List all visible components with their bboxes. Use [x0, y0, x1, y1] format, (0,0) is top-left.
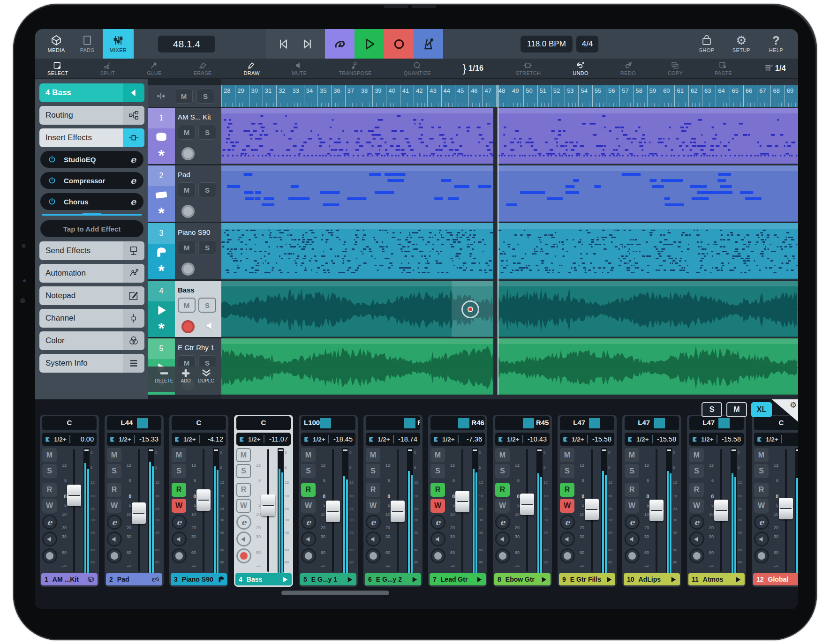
channel-record-button[interactable] — [236, 548, 251, 563]
channel-read-button[interactable]: R — [430, 483, 445, 497]
track-monitor-icon[interactable] — [205, 321, 215, 333]
pan-control[interactable]: R100 — [366, 416, 420, 430]
tool-erase[interactable]: ERASE — [194, 61, 212, 76]
audio-clip[interactable] — [498, 281, 798, 337]
mixer-channel-7[interactable]: R461/2+-7.36MSRWe1260510203060-∞06121824… — [428, 415, 487, 587]
mixer-scrollbar[interactable] — [281, 591, 389, 595]
cycle-button[interactable] — [325, 29, 355, 59]
channel-edit-button[interactable]: e — [560, 515, 575, 530]
channel-solo-button[interactable]: S — [495, 464, 510, 478]
channel-name-bar[interactable]: 11Atmos — [688, 573, 745, 585]
pan-control[interactable]: C — [172, 416, 226, 430]
metronome-button[interactable] — [414, 29, 443, 59]
track-solo-button[interactable]: S — [198, 240, 216, 255]
track-mute-button[interactable]: M — [178, 125, 196, 140]
channel-read-button[interactable]: R — [236, 483, 251, 497]
mixer-channel-6[interactable]: R1001/2+-18.74MSRWe1260510203060-∞061218… — [363, 415, 423, 587]
fader-handle[interactable] — [520, 494, 534, 515]
fader-handle[interactable] — [391, 501, 405, 522]
delete-track-button[interactable]: DELETE — [155, 367, 174, 383]
midi-clip[interactable] — [221, 223, 493, 279]
channel-monitor-button[interactable] — [560, 532, 575, 547]
bpm-display[interactable]: 118.0 BPM — [521, 36, 573, 52]
insert-effect-slot-1[interactable]: StudioEQ e — [40, 151, 143, 168]
fader-handle[interactable] — [649, 500, 664, 521]
channel-monitor-button[interactable] — [625, 532, 640, 547]
channel-write-button[interactable]: W — [172, 499, 186, 513]
freeze-icon[interactable]: * — [148, 204, 175, 222]
channel-read-button[interactable]: R — [689, 483, 704, 497]
output-db-display[interactable]: 1/2+-18.45 — [301, 433, 355, 446]
channel-record-button[interactable] — [689, 548, 704, 563]
channel-monitor-button[interactable] — [689, 532, 704, 547]
channel-record-button[interactable] — [560, 548, 575, 563]
timeline-ruler[interactable]: 2829303132333435363738394041424344454647… — [221, 85, 798, 107]
channel-solo-button[interactable]: S — [689, 464, 704, 478]
help-button[interactable]: ? HELP — [759, 29, 793, 59]
sidebar-item-insert-effects[interactable]: Insert Effects — [39, 128, 144, 147]
audio-clip[interactable] — [221, 338, 493, 395]
channel-read-button[interactable]: R — [625, 483, 639, 497]
global-solo-button[interactable]: S — [196, 89, 214, 104]
mixer-view-xl-button[interactable]: XL — [751, 402, 772, 417]
channel-monitor-button[interactable] — [366, 532, 381, 547]
power-icon[interactable] — [48, 176, 56, 185]
tool-redo[interactable]: REDO — [620, 61, 636, 76]
tool-stretch[interactable]: STRETCH — [515, 61, 541, 76]
pan-control[interactable]: L47 — [689, 416, 744, 430]
channel-write-button[interactable]: W — [236, 499, 251, 513]
pads-button[interactable]: PADS — [72, 29, 103, 59]
channel-write-button[interactable]: W — [301, 499, 316, 513]
channel-solo-button[interactable]: S — [236, 464, 251, 478]
channel-edit-button[interactable]: e — [366, 515, 381, 530]
channel-name-bar[interactable]: 9E Gtr Fills — [559, 573, 615, 585]
channel-name-bar[interactable]: 2Pad — [106, 573, 162, 585]
channel-monitor-button[interactable] — [107, 532, 122, 547]
channel-mute-button[interactable]: M — [42, 448, 57, 462]
midi-clip[interactable] — [498, 108, 798, 164]
channel-monitor-button[interactable] — [236, 532, 251, 547]
mixer-settings-handle[interactable]: ⚙ — [772, 399, 798, 422]
channel-write-button[interactable]: W — [107, 499, 121, 513]
channel-write-button[interactable]: W — [42, 499, 57, 513]
channel-name-bar[interactable]: 5E G...y 1 — [300, 573, 356, 585]
channel-mute-button[interactable]: M — [560, 448, 574, 462]
track-mute-button[interactable]: M — [178, 298, 196, 313]
rewind-button[interactable] — [277, 37, 290, 51]
tool-paste[interactable]: PASTE — [715, 61, 732, 76]
channel-read-button[interactable]: R — [754, 483, 769, 497]
mixer-channel-12[interactable]: C1/2+MSRWe1260510203060-∞061218243040608… — [752, 415, 798, 587]
selected-track-button[interactable]: 4 Bass — [39, 83, 144, 102]
channel-edit-button[interactable]: e — [107, 515, 122, 530]
channel-mute-button[interactable]: M — [301, 448, 316, 462]
channel-record-button[interactable] — [172, 548, 187, 563]
channel-write-button[interactable]: W — [689, 499, 704, 513]
channel-solo-button[interactable]: S — [560, 464, 574, 478]
pan-control[interactable]: C — [236, 416, 291, 430]
freeze-icon[interactable]: * — [148, 319, 175, 337]
shop-button[interactable]: SHOP — [689, 29, 724, 59]
sidebar-item-color[interactable]: Color — [39, 331, 144, 350]
channel-record-button[interactable] — [107, 548, 122, 563]
output-db-display[interactable]: 1/2+-7.36 — [430, 433, 485, 446]
pan-control[interactable]: L47 — [560, 416, 614, 430]
channel-solo-button[interactable]: S — [625, 464, 639, 478]
pan-control[interactable]: L100 — [301, 416, 355, 430]
channel-read-button[interactable]: R — [495, 483, 510, 497]
track-record-enable[interactable] — [181, 262, 195, 276]
channel-name-bar[interactable]: 8Ebow Gtr — [494, 573, 551, 585]
channel-edit-button[interactable]: e — [236, 515, 251, 530]
output-db-display[interactable]: 1/2+-10.43 — [495, 433, 550, 446]
insert-effect-slot-3[interactable]: Chorus e — [40, 193, 143, 210]
mixer-channel-4[interactable]: C1/2+-11.07MSRWe1260510203060-∞061218243… — [234, 415, 293, 587]
power-icon[interactable] — [48, 197, 56, 206]
midi-clip[interactable] — [221, 108, 493, 164]
channel-mute-button[interactable]: M — [754, 448, 769, 462]
sidebar-item-channel[interactable]: Channel — [39, 309, 144, 328]
channel-solo-button[interactable]: S — [301, 464, 316, 478]
channel-mute-button[interactable]: M — [430, 448, 445, 462]
channel-edit-button[interactable]: e — [689, 515, 704, 530]
collapse-arrow-icon[interactable] — [123, 83, 144, 102]
channel-read-button[interactable]: R — [107, 483, 121, 497]
mixer-view-s-button[interactable]: S — [702, 402, 722, 417]
